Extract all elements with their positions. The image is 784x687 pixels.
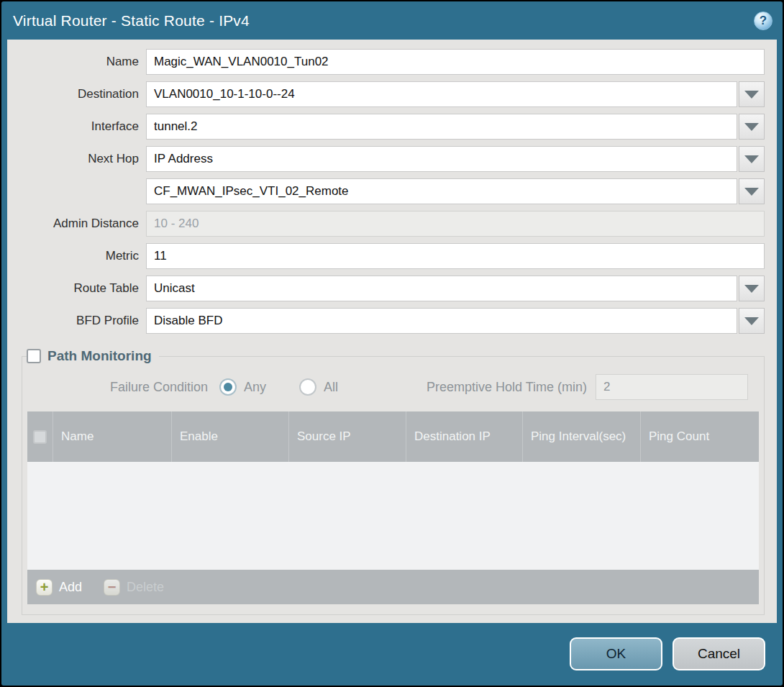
path-monitoring-checkbox[interactable] <box>27 349 41 363</box>
next-hop-type-dropdown-button[interactable] <box>739 146 765 172</box>
interface-dropdown-button[interactable] <box>739 114 765 140</box>
route-table-label: Route Table <box>7 281 146 296</box>
dialog-title: Virtual Router - Static Route - IPv4 <box>13 12 754 29</box>
next-hop-label: Next Hop <box>7 152 146 166</box>
form-row-name: Name <box>7 49 765 75</box>
destination-dropdown-button[interactable] <box>739 81 765 107</box>
select-all-checkbox[interactable] <box>33 430 47 444</box>
select-all-header-cell <box>27 411 53 462</box>
name-label: Name <box>7 55 146 69</box>
chevron-down-icon <box>744 188 759 196</box>
name-input[interactable] <box>146 49 765 75</box>
dialog-footer: OK Cancel <box>1 622 783 686</box>
add-button-label: Add <box>59 580 82 595</box>
plus-icon: + <box>36 579 53 596</box>
path-monitoring-options-row: Failure Condition Any All Preemptive Hol… <box>27 374 748 400</box>
form-row-bfd-profile: BFD Profile <box>7 308 765 334</box>
chevron-down-icon <box>744 91 759 99</box>
path-monitoring-section: Path Monitoring Failure Condition Any Al… <box>22 348 765 615</box>
help-icon[interactable]: ? <box>754 12 772 30</box>
ok-button[interactable]: OK <box>570 637 662 670</box>
failure-condition-all-option: All <box>299 378 338 396</box>
form-row-next-hop: Next Hop <box>7 146 765 172</box>
metric-input[interactable] <box>146 243 765 269</box>
next-hop-type-input[interactable] <box>146 146 737 172</box>
preemptive-hold-time-input[interactable] <box>596 374 748 400</box>
chevron-down-icon <box>744 317 759 325</box>
admin-distance-label: Admin Distance <box>7 217 146 231</box>
failure-condition-any-option: Any <box>219 378 266 396</box>
interface-input[interactable] <box>146 114 737 140</box>
bfd-profile-dropdown-button[interactable] <box>739 308 765 334</box>
preemptive-hold-time-label: Preemptive Hold Time (min) <box>427 380 596 395</box>
destination-input[interactable] <box>146 81 737 107</box>
table-body-empty <box>27 462 759 570</box>
column-header-name: Name <box>53 411 171 462</box>
form-row-route-table: Route Table <box>7 276 765 301</box>
form-row-interface: Interface <box>7 114 765 140</box>
path-monitoring-title: Path Monitoring <box>47 348 152 364</box>
failure-condition-all-label: All <box>324 380 338 395</box>
chevron-down-icon <box>744 285 759 293</box>
delete-button-label: Delete <box>127 580 164 595</box>
chevron-down-icon <box>744 155 759 163</box>
column-header-ping-interval: Ping Interval(sec) <box>522 411 640 462</box>
failure-condition-any-label: Any <box>244 380 266 395</box>
form-row-destination: Destination <box>7 81 765 107</box>
dialog-body: Name Destination Interface <box>7 40 777 623</box>
route-table-input[interactable] <box>146 276 737 301</box>
route-table-dropdown-button[interactable] <box>739 276 765 301</box>
failure-condition-all-radio[interactable] <box>299 378 316 396</box>
metric-label: Metric <box>7 249 146 263</box>
destination-label: Destination <box>7 87 146 101</box>
path-monitoring-legend: Path Monitoring <box>27 348 159 364</box>
failure-condition-any-radio[interactable] <box>219 378 237 396</box>
form-row-admin-distance: Admin Distance <box>7 211 765 237</box>
static-route-dialog: Virtual Router - Static Route - IPv4 ? N… <box>0 0 784 687</box>
form-row-next-hop-address <box>7 178 765 204</box>
bfd-profile-label: BFD Profile <box>7 314 146 328</box>
column-header-destination-ip: Destination IP <box>406 411 522 462</box>
delete-button[interactable]: − Delete <box>104 579 164 596</box>
form-row-metric: Metric <box>7 243 765 269</box>
column-header-enable: Enable <box>171 411 288 462</box>
add-button[interactable]: + Add <box>36 579 82 596</box>
interface-label: Interface <box>7 119 146 134</box>
next-hop-address-dropdown-button[interactable] <box>739 178 765 204</box>
column-header-source-ip: Source IP <box>288 411 406 462</box>
minus-icon: − <box>104 579 120 596</box>
path-monitoring-table: Name Enable Source IP Destination IP Pin… <box>27 411 759 604</box>
chevron-down-icon <box>744 123 759 131</box>
failure-condition-label: Failure Condition <box>27 380 219 395</box>
table-header-row: Name Enable Source IP Destination IP Pin… <box>27 411 759 462</box>
table-toolbar: + Add − Delete <box>27 570 759 604</box>
column-header-ping-count: Ping Count <box>640 411 759 462</box>
admin-distance-input[interactable] <box>146 211 765 237</box>
dialog-titlebar: Virtual Router - Static Route - IPv4 ? <box>1 1 783 40</box>
next-hop-address-input[interactable] <box>146 178 737 204</box>
cancel-button[interactable]: Cancel <box>673 637 765 670</box>
bfd-profile-input[interactable] <box>146 308 737 334</box>
